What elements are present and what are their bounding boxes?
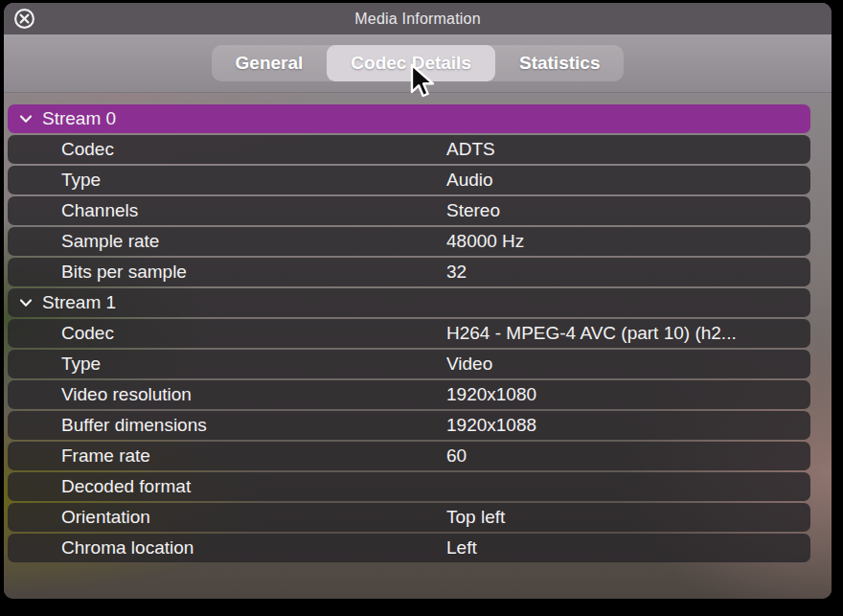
tab-codec-details[interactable]: Codec Details: [327, 45, 495, 81]
table-row-codec[interactable]: Codec H264 - MPEG-4 AVC (part 10) (h2...: [8, 319, 810, 348]
window-title: Media Information: [354, 11, 480, 28]
row-value: 32: [446, 262, 807, 283]
tab-bar: General Codec Details Statistics: [212, 45, 625, 81]
tab-statistics[interactable]: Statistics: [495, 45, 624, 81]
row-value: ADTS: [446, 139, 807, 160]
toolbar: General Codec Details Statistics: [4, 34, 832, 93]
table-row-buffer-dimensions[interactable]: Buffer dimensions 1920x1088: [8, 411, 810, 440]
row-value: Audio: [446, 170, 807, 191]
tab-label: General: [236, 53, 304, 74]
row-label: Orientation: [61, 507, 150, 528]
table-row-orientation[interactable]: Orientation Top left: [8, 503, 810, 532]
table-row-video-resolution[interactable]: Video resolution 1920x1080: [8, 380, 810, 409]
row-label: Type: [61, 170, 101, 191]
tab-general[interactable]: General: [212, 45, 328, 81]
table-row-sample-rate[interactable]: Sample rate 48000 Hz: [8, 227, 810, 256]
row-value: Stereo: [446, 200, 807, 221]
close-icon: [13, 8, 35, 30]
title-bar[interactable]: Media Information: [4, 3, 832, 34]
row-label: Codec: [61, 323, 114, 344]
tab-label: Codec Details: [351, 53, 471, 74]
row-value: Video: [446, 354, 807, 375]
row-value: 1920x1080: [446, 384, 807, 405]
table-row-decoded-format[interactable]: Decoded format: [8, 472, 810, 501]
group-row-stream-1[interactable]: Stream 1: [8, 288, 810, 317]
close-button[interactable]: [13, 8, 35, 30]
table-row-bits-per-sample[interactable]: Bits per sample 32: [8, 258, 810, 286]
row-label: Channels: [61, 200, 138, 221]
row-label: Video resolution: [61, 384, 192, 405]
row-value: 1920x1088: [446, 415, 807, 436]
row-label: Sample rate: [61, 231, 159, 252]
row-label: Decoded format: [61, 476, 191, 497]
row-label: Buffer dimensions: [61, 415, 207, 436]
table-row-codec[interactable]: Codec ADTS: [8, 135, 810, 164]
table-row-chroma-location[interactable]: Chroma location Left: [8, 534, 810, 562]
tab-label: Statistics: [519, 53, 600, 74]
row-label: Stream 1: [42, 292, 116, 313]
row-value: Left: [446, 537, 807, 559]
row-label: Type: [61, 354, 101, 375]
table-row-type[interactable]: Type Audio: [8, 166, 810, 194]
row-value: 48000 Hz: [446, 231, 807, 252]
row-value: H264 - MPEG-4 AVC (part 10) (h2...: [446, 323, 807, 344]
table-row-frame-rate[interactable]: Frame rate 60: [8, 442, 810, 470]
group-row-stream-0[interactable]: Stream 0: [8, 104, 810, 133]
row-value: 60: [446, 445, 807, 467]
media-information-window: Media Information General Codec Details …: [4, 3, 832, 599]
codec-details-panel: Stream 0 Codec ADTS Type Audio Channels …: [4, 93, 832, 599]
screenshot-stage: Media Information General Codec Details …: [0, 0, 843, 616]
chevron-down-icon[interactable]: [19, 297, 33, 308]
row-label: Stream 0: [42, 108, 116, 129]
chevron-down-icon[interactable]: [19, 113, 33, 125]
row-label: Frame rate: [61, 445, 150, 467]
stream-info-table[interactable]: Stream 0 Codec ADTS Type Audio Channels …: [8, 104, 810, 562]
row-label: Chroma location: [61, 537, 194, 559]
row-label: Bits per sample: [61, 262, 187, 283]
row-value: Top left: [446, 507, 807, 528]
table-row-channels[interactable]: Channels Stereo: [8, 196, 810, 225]
row-label: Codec: [61, 139, 114, 160]
table-row-type[interactable]: Type Video: [8, 350, 810, 378]
